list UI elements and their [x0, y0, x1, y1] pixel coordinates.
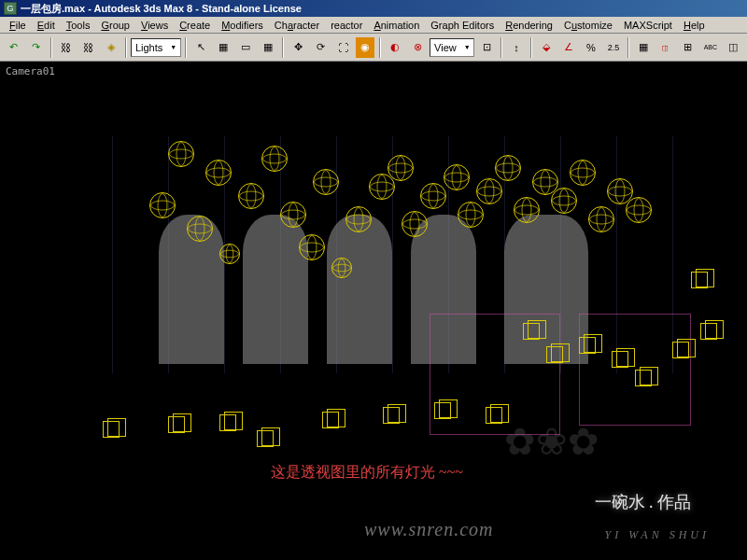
menu-file[interactable]: File [4, 19, 32, 32]
select-button[interactable]: ↖ [190, 36, 211, 59]
light-cube-icon [219, 414, 236, 431]
separator [185, 37, 187, 58]
select-by-name-button[interactable]: ▦ [213, 36, 233, 59]
menu-modifiers[interactable]: Modifiers [216, 19, 269, 32]
separator [125, 37, 127, 58]
menu-views[interactable]: Views [135, 19, 174, 32]
light-sphere-icon [420, 183, 446, 209]
menu-maxscript[interactable]: MAXScript [618, 19, 678, 32]
snap-toggle-button[interactable]: ⬙ [536, 36, 557, 59]
separator [282, 37, 284, 58]
light-sphere-icon [551, 188, 577, 214]
redo-button[interactable]: ↷ [26, 36, 47, 59]
light-sphere-icon [458, 202, 484, 228]
light-sphere-icon [313, 169, 339, 195]
menu-reactor[interactable]: reactor [325, 19, 368, 32]
light-sphere-icon [514, 197, 540, 223]
layers-button[interactable]: ◫ [723, 36, 743, 59]
scene-wireframe [0, 62, 747, 560]
menu-graph-editors[interactable]: Graph Editors [425, 19, 500, 32]
light-cube-icon [700, 323, 717, 340]
light-sphere-icon [219, 244, 240, 264]
app-icon: G [4, 2, 17, 15]
light-sphere-icon [149, 192, 176, 218]
pivot-button[interactable]: ⊡ [476, 36, 497, 59]
selection-filter-dropdown[interactable]: Lights [131, 38, 181, 57]
move-button[interactable]: ✥ [288, 36, 308, 59]
light-cube-icon [691, 272, 708, 288]
light-cube-icon [257, 430, 274, 447]
watermark-signature: 一碗水 . 作品 [595, 491, 692, 513]
curtain-geometry [327, 215, 392, 364]
light-cube-icon [672, 342, 689, 358]
light-cube-icon [523, 323, 540, 340]
menu-tools[interactable]: Tools [61, 19, 96, 32]
align-button[interactable]: ⊞ [678, 36, 698, 59]
light-sphere-icon [495, 155, 521, 181]
light-cube-icon [612, 351, 628, 368]
manipulate-button[interactable]: ◐ [385, 36, 405, 59]
menu-customize[interactable]: Customize [558, 19, 618, 32]
percent-snap-button[interactable]: % [581, 36, 601, 59]
viewport[interactable]: Camera01 [0, 62, 747, 560]
light-cube-icon [434, 402, 451, 419]
watermark-flower-icon [504, 420, 616, 532]
abc-button[interactable]: ABC [700, 36, 721, 59]
light-cube-icon [383, 407, 400, 424]
menu-bar: File Edit Tools Group Views Create Modif… [0, 17, 747, 34]
menu-help[interactable]: Help [678, 19, 711, 32]
light-sphere-icon [331, 258, 352, 278]
light-sphere-icon [345, 206, 372, 232]
undo-button[interactable]: ↶ [4, 36, 24, 59]
light-cube-icon [103, 421, 120, 438]
scale-button[interactable]: ⛶ [332, 36, 353, 59]
light-sphere-icon [588, 206, 614, 232]
ref-coord-button[interactable]: ◉ [355, 36, 375, 59]
separator [500, 37, 502, 58]
angle-snap-button[interactable]: ∠ [558, 36, 579, 59]
bind-button[interactable]: ◈ [101, 36, 121, 59]
named-selections-button[interactable]: ▦ [633, 36, 654, 59]
light-cube-icon [579, 337, 596, 354]
mirror-button[interactable]: ⎅ [655, 36, 676, 59]
menu-rendering[interactable]: Rendering [500, 19, 558, 32]
menu-character[interactable]: Character [269, 19, 325, 32]
menu-create[interactable]: Create [174, 19, 216, 32]
menu-group[interactable]: Group [95, 19, 135, 32]
light-sphere-icon [402, 211, 428, 237]
light-sphere-icon [626, 197, 652, 223]
light-sphere-icon [299, 234, 325, 260]
select-manipulate-button[interactable]: ↕ [506, 36, 527, 59]
window-title: 一层包房.max - Autodesk 3ds Max 8 - Stand-al… [21, 2, 302, 16]
reference-coord-dropdown[interactable]: View [430, 38, 474, 57]
light-sphere-icon [261, 146, 288, 172]
watermark-pinyin: YI WAN SHUI [605, 528, 711, 542]
light-cube-icon [322, 412, 339, 428]
select-region-button[interactable]: ▭ [235, 36, 256, 59]
light-cube-icon [486, 407, 502, 424]
light-sphere-icon [187, 216, 213, 242]
separator [50, 37, 52, 58]
menu-edit[interactable]: Edit [32, 19, 61, 32]
separator [379, 37, 381, 58]
title-bar: G 一层包房.max - Autodesk 3ds Max 8 - Stand-… [0, 0, 747, 17]
rotate-button[interactable]: ⟳ [310, 36, 331, 59]
keyboard-shortcut-button[interactable]: ⊗ [407, 36, 428, 59]
light-sphere-icon [168, 141, 194, 167]
menu-animation[interactable]: Animation [368, 19, 425, 32]
light-cube-icon [168, 416, 185, 433]
link-button[interactable]: ⛓ [56, 36, 77, 59]
light-sphere-icon [476, 178, 502, 204]
curtain-geometry [243, 215, 308, 364]
separator [627, 37, 629, 58]
main-toolbar: ↶ ↷ ⛓ ⛓ ◈ Lights ↖ ▦ ▭ ▦ ✥ ⟳ ⛶ ◉ ◐ ⊗ Vie… [0, 34, 747, 62]
window-crossing-button[interactable]: ▦ [258, 36, 278, 59]
spinner-snap-button[interactable]: 2.5 [603, 36, 624, 59]
light-sphere-icon [444, 164, 470, 190]
light-cube-icon [635, 370, 652, 386]
separator [530, 37, 532, 58]
light-sphere-icon [238, 183, 264, 209]
light-sphere-icon [388, 155, 414, 181]
unlink-button[interactable]: ⛓ [78, 36, 99, 59]
annotation-text: 这是透视图里的所有灯光 ~~~ [271, 463, 463, 483]
